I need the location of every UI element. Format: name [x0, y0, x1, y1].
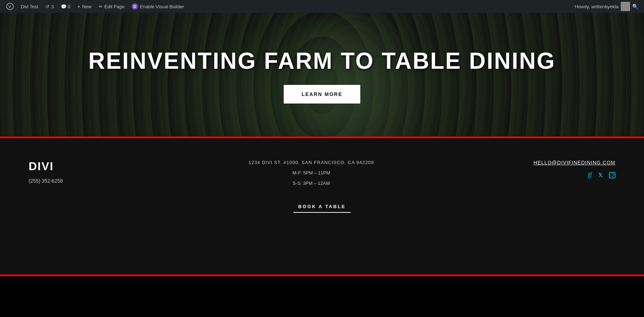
howdy-label: Howdy, writtenbyekta	[575, 4, 619, 9]
footer-hours-weekend: S-S: 3PM – 12AM	[293, 181, 330, 186]
hero-title: Reinventing Farm to Table Dining	[88, 48, 556, 74]
book-table-underline	[293, 212, 351, 213]
footer-left-column: DIVI (255) 352-6258	[29, 160, 107, 184]
footer-right-column: HELLO@DIVIFINEDINING.COM f 𝕏	[515, 160, 615, 179]
instagram-icon[interactable]	[609, 172, 615, 178]
comments-item[interactable]: 💬 0	[57, 0, 74, 13]
instagram-glyph	[609, 172, 615, 178]
learn-more-button[interactable]: Learn More	[284, 85, 360, 104]
revisions-item[interactable]: ↺ 3	[42, 0, 57, 13]
footer-social-icons: f 𝕏	[588, 171, 615, 179]
site-name-label: Divi Test	[21, 4, 38, 9]
enable-vb-item[interactable]: D Enable Visual Builder	[128, 0, 187, 13]
footer-top-row: DIVI (255) 352-6258 1234 DIVI ST. #1000,…	[29, 160, 615, 186]
footer: DIVI (255) 352-6258 1234 DIVI ST. #1000,…	[0, 138, 644, 274]
footer-center-column: 1234 DIVI ST. #1000, SAN FRANCISCO, CA 9…	[107, 160, 515, 186]
revisions-count: 3	[51, 4, 54, 9]
site-name-item[interactable]: Divi Test	[17, 0, 42, 13]
footer-logo: DIVI	[29, 160, 107, 173]
enable-vb-label: Enable Visual Builder	[140, 4, 184, 9]
admin-bar: Divi Test ↺ 3 💬 0 + New ✏ Edit Page D En…	[0, 0, 644, 13]
wp-icon	[6, 3, 14, 10]
comments-count: 0	[68, 4, 70, 9]
wp-logo-item[interactable]	[3, 0, 17, 13]
divi-icon: D	[132, 3, 138, 10]
twitter-x-icon[interactable]: 𝕏	[598, 172, 602, 178]
footer-hours-weekday: M-F: 5PM – 11PM	[292, 170, 330, 176]
adminbar-right-section: Howdy, writtenbyekta 🔍	[575, 2, 641, 11]
wordpress-logo-svg	[6, 3, 14, 10]
facebook-icon[interactable]: f	[588, 171, 592, 179]
footer-address: 1234 DIVI ST. #1000, SAN FRANCISCO, CA 9…	[249, 160, 374, 165]
search-icon[interactable]: 🔍	[632, 4, 638, 9]
revisions-icon: ↺	[45, 4, 49, 9]
new-content-item[interactable]: + New	[74, 0, 95, 13]
edit-page-item[interactable]: ✏ Edit Page	[95, 0, 128, 13]
user-avatar[interactable]	[621, 2, 630, 11]
new-label: New	[82, 4, 92, 9]
edit-icon: ✏	[99, 4, 103, 9]
footer-phone: (255) 352-6258	[29, 178, 107, 184]
edit-page-label: Edit Page	[104, 4, 125, 9]
footer-email[interactable]: HELLO@DIVIFINEDINING.COM	[533, 160, 615, 165]
footer-section-wrapper: DIVI (255) 352-6258 1234 DIVI ST. #1000,…	[0, 138, 644, 274]
hero-section: Reinventing Farm to Table Dining Learn M…	[0, 13, 644, 138]
comments-icon: 💬	[61, 4, 67, 9]
book-table-label[interactable]: BOOK A TABLE	[298, 204, 346, 209]
plus-icon: +	[77, 4, 80, 9]
footer-bottom-row: BOOK A TABLE	[293, 204, 351, 213]
